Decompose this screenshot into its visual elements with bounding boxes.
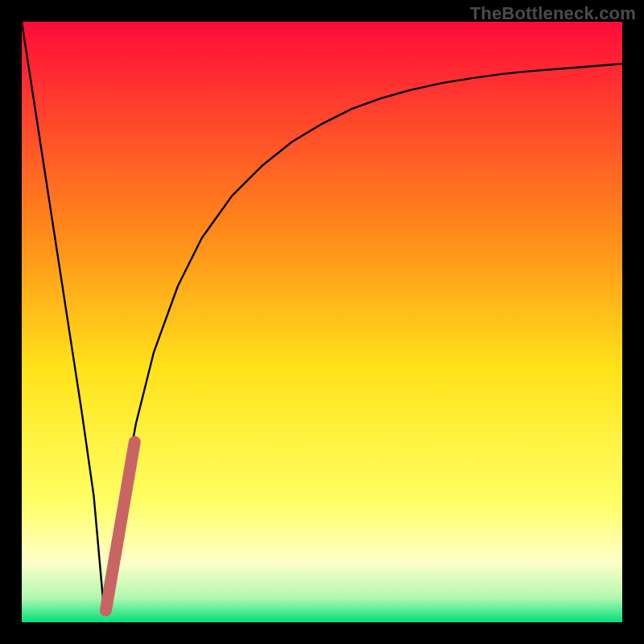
- plot-area: [22, 22, 622, 622]
- chart-frame: TheBottleneck.com: [0, 0, 644, 644]
- chart-svg: [22, 22, 622, 622]
- gradient-background: [22, 22, 622, 622]
